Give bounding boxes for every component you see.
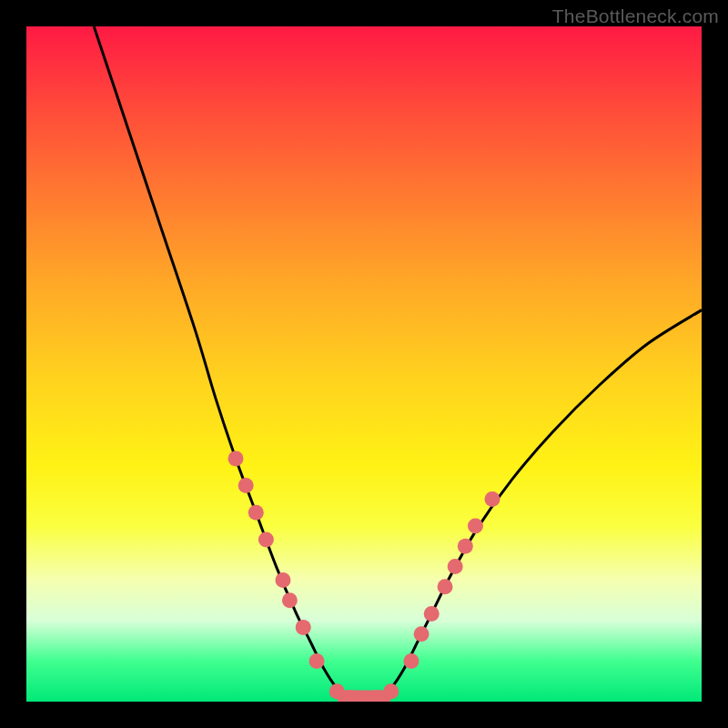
highlight-dot [282, 592, 298, 608]
chart-plot-area [26, 26, 702, 702]
highlight-dot [468, 519, 483, 534]
highlight-dot [484, 491, 500, 507]
highlight-dot [383, 683, 399, 699]
highlight-dot [329, 683, 345, 699]
highlight-dot [228, 450, 244, 466]
highlight-dot [448, 559, 463, 574]
highlight-dot [309, 653, 325, 669]
bottleneck-curve [94, 26, 702, 702]
chart-svg [26, 26, 702, 702]
highlight-dot [403, 653, 419, 669]
highlight-dot [275, 572, 290, 588]
highlight-dot [424, 606, 440, 622]
highlight-dot [414, 626, 430, 642]
highlight-dot [238, 478, 254, 493]
watermark-text: TheBottleneck.com [552, 5, 719, 27]
highlight-dot [458, 539, 473, 554]
highlight-dot [248, 505, 264, 521]
highlight-dot [258, 531, 274, 547]
highlight-dots [228, 450, 500, 702]
highlight-dot [438, 579, 453, 594]
highlight-dot [296, 620, 311, 635]
